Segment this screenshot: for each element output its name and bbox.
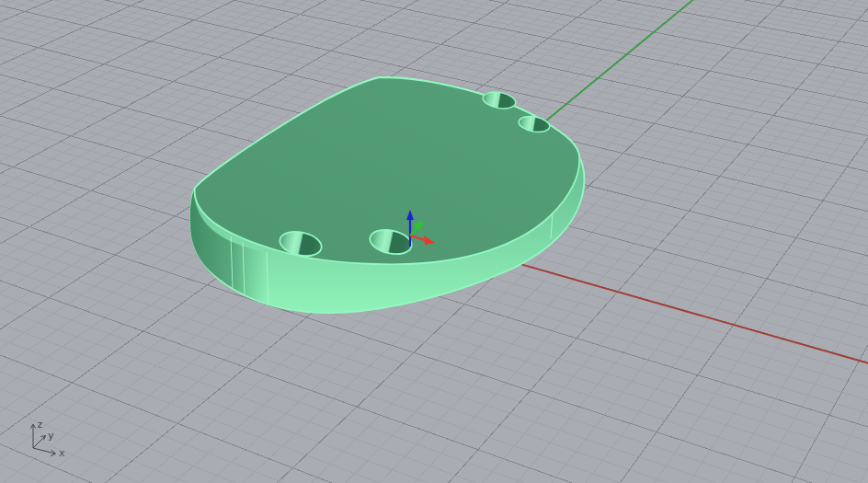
- axis-label-y: y: [48, 430, 54, 442]
- model-solid[interactable]: [190, 77, 585, 313]
- axis-label-z: z: [37, 419, 43, 431]
- perspective-viewport[interactable]: z y x: [0, 0, 868, 483]
- axis-label-x: x: [59, 447, 65, 459]
